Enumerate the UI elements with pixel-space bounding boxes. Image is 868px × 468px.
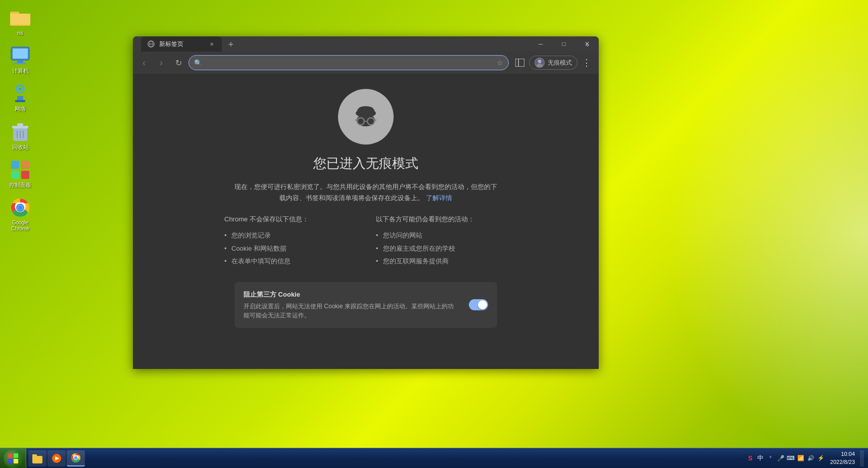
desktop: ns 计算机 <box>0 0 868 468</box>
cookie-text: 阻止第三方 Cookie 开启此设置后，网站无法使用 Cookie 来跟踪您在网… <box>244 290 461 320</box>
search-icon: 🔍 <box>194 59 202 67</box>
media-taskbar-icon <box>52 453 62 463</box>
cookie-block-title: 阻止第三方 Cookie <box>244 290 461 299</box>
svg-point-56 <box>75 457 77 459</box>
maximize-button[interactable]: □ <box>552 36 575 52</box>
desktop-icon-recycle[interactable]: 回收站 <box>3 119 38 153</box>
desktop-icon-control-panel[interactable]: 控制面板 <box>3 157 38 191</box>
address-bar: ‹ › ↻ 🔍 ☆ <box>133 52 599 74</box>
tray-icon-power[interactable]: ⚡ <box>817 454 825 462</box>
desktop-icon-chrome-label: Google Chrome <box>5 220 35 232</box>
back-button[interactable]: ‹ <box>137 56 151 70</box>
list-item: 您访问的网站 <box>376 229 507 242</box>
cookie-block-desc: 开启此设置后，网站无法使用 Cookie 来跟踪您在网上的活动。某些网站上的功能… <box>244 302 456 320</box>
svg-rect-6 <box>14 63 26 64</box>
desktop-icons-container: ns 计算机 <box>0 0 40 240</box>
tab-favicon-icon <box>147 40 155 48</box>
taskbar-right: S 中 ° 🎤 ⌨ 📶 🔊 ⚡ 10:04 2022/8/23 <box>740 450 868 466</box>
tray-icon-keyboard[interactable]: ⌨ <box>787 454 795 462</box>
svg-point-10 <box>19 88 21 90</box>
incognito-columns: Chrome 不会保存以下信息： 您的浏览记录 Cookie 和网站数据 在表单… <box>224 215 507 268</box>
desktop-icon-chrome[interactable]: Google Chrome <box>3 195 38 235</box>
desktop-icon-ns[interactable]: ns <box>3 5 38 39</box>
list-item: 您的互联网服务提供商 <box>376 255 507 268</box>
desktop-icon-network[interactable]: 网络 <box>3 81 38 115</box>
svg-rect-14 <box>12 126 28 128</box>
list-item: 在表单中填写的信息 <box>224 255 356 268</box>
network-icon <box>10 83 30 104</box>
address-input-container[interactable]: 🔍 ☆ <box>188 55 509 70</box>
svg-rect-19 <box>11 161 19 169</box>
profile-label: 无痕模式 <box>548 59 572 67</box>
chrome-icon <box>10 198 30 218</box>
desktop-icon-label: 控制面板 <box>9 182 31 189</box>
incognito-col-left: Chrome 不会保存以下信息： 您的浏览记录 Cookie 和网站数据 在表单… <box>224 215 356 268</box>
taskbar-app-media[interactable] <box>47 450 66 466</box>
left-col-title: Chrome 不会保存以下信息： <box>224 215 356 224</box>
incognito-description: 现在，您便可进行私密浏览了。与您共用此设备的其他用户将不会看到您的活动，但您的下… <box>234 181 497 204</box>
menu-button[interactable]: ⋮ <box>578 55 595 71</box>
svg-point-38 <box>358 106 373 112</box>
sidebar-button[interactable] <box>512 55 528 71</box>
svg-rect-50 <box>32 454 37 457</box>
right-col-list: 您访问的网站 您的雇主或您所在的学校 您的互联网服务提供商 <box>376 229 507 268</box>
taskbar-apps <box>26 450 740 466</box>
close-button[interactable]: ✕ <box>575 36 599 52</box>
tray-icon-chinese[interactable]: 中 <box>756 454 764 462</box>
title-bar: 新标签页 ✕ + ⌄ ─ □ ✕ <box>133 36 599 52</box>
window-controls: ─ □ ✕ <box>529 36 599 52</box>
browser-window: 新标签页 ✕ + ⌄ ─ □ ✕ ‹ › ↻ 🔍 ☆ <box>133 36 599 369</box>
tab-title-text: 新标签页 <box>159 40 204 49</box>
desktop-icon-label: 回收站 <box>12 144 29 151</box>
svg-point-34 <box>538 60 541 63</box>
show-desktop-button[interactable] <box>860 450 864 466</box>
refresh-button[interactable]: ↻ <box>171 56 185 70</box>
tray-icon-network2[interactable]: 📶 <box>797 454 805 462</box>
taskbar-clock[interactable]: 10:04 2022/8/23 <box>830 450 855 466</box>
new-tab-button[interactable]: + <box>224 37 238 52</box>
svg-rect-12 <box>15 100 25 102</box>
svg-rect-21 <box>11 171 19 179</box>
svg-rect-11 <box>17 96 23 100</box>
cookie-toggle[interactable] <box>469 299 488 310</box>
chrome-taskbar-icon <box>71 453 81 463</box>
active-tab[interactable]: 新标签页 ✕ <box>141 36 222 52</box>
taskbar-app-files[interactable] <box>28 450 46 466</box>
tray-icon-volume[interactable]: 🔊 <box>807 454 815 462</box>
svg-rect-46 <box>14 453 18 458</box>
profile-button[interactable]: 无痕模式 <box>529 56 577 70</box>
tray-icon-mic[interactable]: 🎤 <box>777 454 785 462</box>
desktop-icon-label: 计算机 <box>12 68 29 74</box>
profile-avatar <box>535 58 545 68</box>
minimize-button[interactable]: ─ <box>529 36 552 52</box>
browser-content: 您已进入无痕模式 现在，您便可进行私密浏览了。与您共用此设备的其他用户将不会看到… <box>133 74 599 369</box>
tray-icon-dot[interactable]: ° <box>766 454 775 462</box>
tab-close-button[interactable]: ✕ <box>208 40 216 48</box>
computer-icon <box>10 45 30 66</box>
list-item: Cookie 和网站数据 <box>224 242 356 255</box>
start-button[interactable] <box>0 448 26 469</box>
start-orb <box>4 449 23 468</box>
svg-rect-47 <box>8 459 13 463</box>
cookie-block: 阻止第三方 Cookie 开启此设置后，网站无法使用 Cookie 来跟踪您在网… <box>234 282 497 328</box>
left-col-list: 您的浏览记录 Cookie 和网站数据 在表单中填写的信息 <box>224 229 356 268</box>
folder-icon <box>10 8 30 28</box>
incognito-col-right: 以下各方可能仍会看到您的活动： 您访问的网站 您的雇主或您所在的学校 您的互联网… <box>376 215 507 268</box>
forward-button[interactable]: › <box>154 56 168 70</box>
svg-rect-4 <box>13 49 28 59</box>
desktop-icon-computer[interactable]: 计算机 <box>3 43 38 77</box>
windows-logo-icon <box>8 453 19 464</box>
incognito-icon-container <box>338 89 394 145</box>
bookmark-icon[interactable]: ☆ <box>497 59 503 67</box>
svg-point-27 <box>18 205 23 210</box>
taskbar-app-chrome[interactable] <box>67 450 85 466</box>
svg-rect-31 <box>515 59 524 67</box>
address-input[interactable] <box>205 59 494 67</box>
tab-bar: 新标签页 ✕ + <box>137 36 581 52</box>
incognito-figure-icon <box>348 99 383 134</box>
svg-rect-45 <box>8 453 13 458</box>
learn-more-link[interactable]: 了解详情 <box>426 194 452 202</box>
recycle-icon <box>10 122 30 142</box>
files-taskbar-icon <box>32 453 42 463</box>
tray-icon-sogou[interactable]: S <box>746 454 754 462</box>
